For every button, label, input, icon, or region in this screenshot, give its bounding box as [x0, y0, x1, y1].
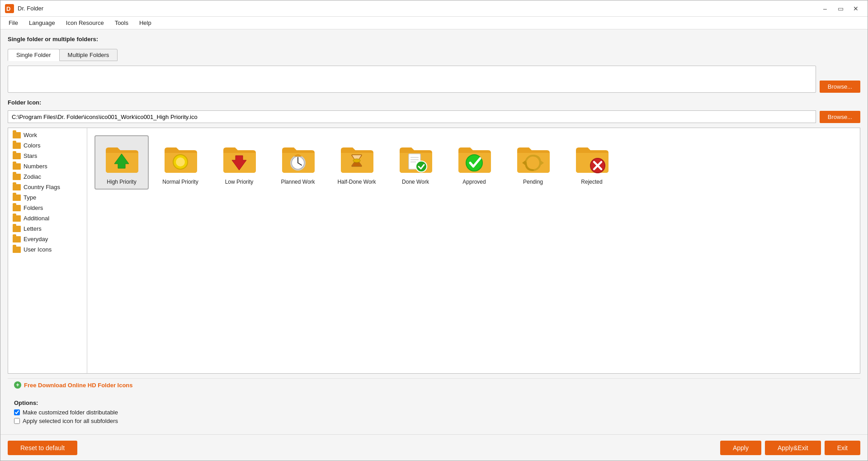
folder-icon-country-flags: [13, 184, 21, 190]
apply-exit-button[interactable]: Apply&Exit: [765, 441, 821, 455]
low-priority-icon: [221, 140, 257, 176]
folder-icon-additional: [13, 215, 21, 222]
icon-item-pending[interactable]: Pending: [506, 135, 560, 190]
checkbox-row-subfolders: Apply selected icon for all subfolders: [14, 418, 854, 424]
main-window: D Dr. Folder – ▭ ✕ File Language Icon Re…: [0, 0, 868, 461]
folder-icon-letters: [13, 226, 21, 232]
folder-icon-label: Folder Icon:: [8, 99, 41, 106]
folder-icon-everyday: [13, 236, 21, 242]
done-work-label: Done Work: [402, 179, 429, 185]
pending-label: Pending: [523, 179, 543, 185]
folder-icon-stars: [13, 153, 21, 159]
normal-priority-icon: [162, 140, 198, 176]
low-priority-label: Low Priority: [225, 179, 254, 185]
footer-right: Apply Apply&Exit Exit: [720, 441, 860, 455]
sidebar-item-letters[interactable]: Letters: [8, 223, 87, 234]
approved-label: Approved: [462, 179, 486, 185]
half-done-work-icon: [339, 140, 375, 176]
title-bar-left: D Dr. Folder: [5, 4, 43, 13]
icon-item-low-priority[interactable]: Low Priority: [212, 135, 266, 190]
menu-tools[interactable]: Tools: [110, 18, 133, 28]
menu-bar: File Language Icon Resource Tools Help: [0, 17, 868, 29]
sidebar-item-work[interactable]: Work: [8, 130, 87, 140]
folder-path-input[interactable]: [8, 66, 816, 93]
checkbox-subfolders-label: Apply selected icon for all subfolders: [23, 418, 118, 424]
done-work-icon: [397, 140, 434, 176]
icon-grid: High Priority Normal Priority: [87, 128, 860, 373]
title-bar-controls: – ▭ ✕: [818, 3, 863, 14]
tab-single-folder[interactable]: Single Folder: [8, 49, 60, 61]
sidebar-item-colors[interactable]: Colors: [8, 140, 87, 151]
download-icon: +: [14, 381, 21, 389]
app-icon: D: [5, 4, 14, 13]
sidebar-item-additional[interactable]: Additional: [8, 213, 87, 223]
sidebar-item-zodiac[interactable]: Zodiac: [8, 171, 87, 182]
approved-icon: [456, 140, 492, 176]
icon-item-done-work[interactable]: Done Work: [388, 135, 443, 190]
download-link[interactable]: Free Download Online HD Folder Icons: [24, 382, 133, 389]
half-done-work-label: Half-Done Work: [337, 179, 376, 185]
planned-work-label: Planned Work: [281, 179, 315, 185]
sidebar-item-numbers[interactable]: Numbers: [8, 161, 87, 171]
reset-button[interactable]: Reset to default: [8, 441, 77, 455]
title-bar: D Dr. Folder – ▭ ✕: [0, 0, 868, 17]
close-button[interactable]: ✕: [849, 3, 863, 14]
high-priority-label: High Priority: [107, 179, 136, 185]
sidebar-item-country-flags[interactable]: Country Flags: [8, 182, 87, 192]
folder-icon-type: [13, 195, 21, 201]
options-section: Options: Make customized folder distribu…: [8, 396, 860, 428]
sidebar-item-folders[interactable]: Folders: [8, 203, 87, 213]
icon-item-approved[interactable]: Approved: [447, 135, 501, 190]
tab-multiple-folders[interactable]: Multiple Folders: [59, 49, 118, 61]
sidebar-item-stars[interactable]: Stars: [8, 151, 87, 161]
icon-item-half-done-work[interactable]: Half-Done Work: [330, 135, 384, 190]
icon-item-normal-priority[interactable]: Normal Priority: [153, 135, 208, 190]
download-link-bar: + Free Download Online HD Folder Icons: [8, 378, 860, 391]
footer-bar: Reset to default Apply Apply&Exit Exit: [0, 434, 868, 461]
folder-icon-user-icons: [13, 247, 21, 253]
sidebar-item-user-icons[interactable]: User Icons: [8, 244, 87, 255]
folder-icon-zodiac: [13, 174, 21, 180]
svg-point-15: [416, 161, 427, 172]
main-body: Work Colors Stars Numbers Zodiac: [8, 128, 860, 374]
svg-point-10: [353, 159, 360, 162]
folder-icon-folders: [13, 205, 21, 211]
checkbox-distributable-label: Make customized folder distributable: [23, 409, 118, 416]
checkbox-distributable[interactable]: [14, 409, 20, 415]
content-area: Single folder or multiple folders: Singl…: [0, 29, 868, 434]
rejected-label: Rejected: [581, 179, 602, 185]
folder-icon-path-input[interactable]: [8, 110, 816, 123]
normal-priority-label: Normal Priority: [162, 179, 198, 185]
svg-text:D: D: [6, 5, 10, 12]
menu-file[interactable]: File: [4, 18, 23, 28]
svg-point-4: [176, 157, 185, 166]
planned-work-icon: [280, 140, 316, 176]
tabs: Single Folder Multiple Folders: [8, 49, 860, 61]
maximize-button[interactable]: ▭: [833, 3, 848, 14]
high-priority-icon: [104, 140, 140, 176]
folder-icon-colors: [13, 143, 21, 149]
sidebar-item-everyday[interactable]: Everyday: [8, 234, 87, 244]
icon-item-rejected[interactable]: Rejected: [565, 135, 619, 190]
checkbox-row-distributable: Make customized folder distributable: [14, 409, 854, 416]
options-label: Options:: [14, 399, 854, 406]
folder-browse-button[interactable]: Browse...: [820, 81, 860, 93]
minimize-button[interactable]: –: [818, 3, 832, 14]
menu-help[interactable]: Help: [135, 18, 156, 28]
pending-icon: [515, 140, 551, 176]
icon-item-planned-work[interactable]: Planned Work: [271, 135, 325, 190]
svg-point-16: [466, 155, 482, 171]
folder-icon-row: Folder Icon:: [8, 99, 860, 106]
folder-icon-work: [13, 132, 21, 138]
menu-language[interactable]: Language: [24, 18, 60, 28]
rejected-icon: [574, 140, 610, 176]
menu-icon-resource[interactable]: Icon Resource: [61, 18, 108, 28]
checkbox-subfolders[interactable]: [14, 418, 20, 424]
sidebar-item-type[interactable]: Type: [8, 192, 87, 203]
folder-mode-label: Single folder or multiple folders:: [8, 36, 860, 43]
icon-item-high-priority[interactable]: High Priority: [94, 135, 149, 190]
icon-browse-button[interactable]: Browse...: [820, 111, 860, 123]
app-title: Dr. Folder: [18, 5, 43, 12]
apply-button[interactable]: Apply: [720, 441, 761, 455]
exit-button[interactable]: Exit: [825, 441, 860, 455]
